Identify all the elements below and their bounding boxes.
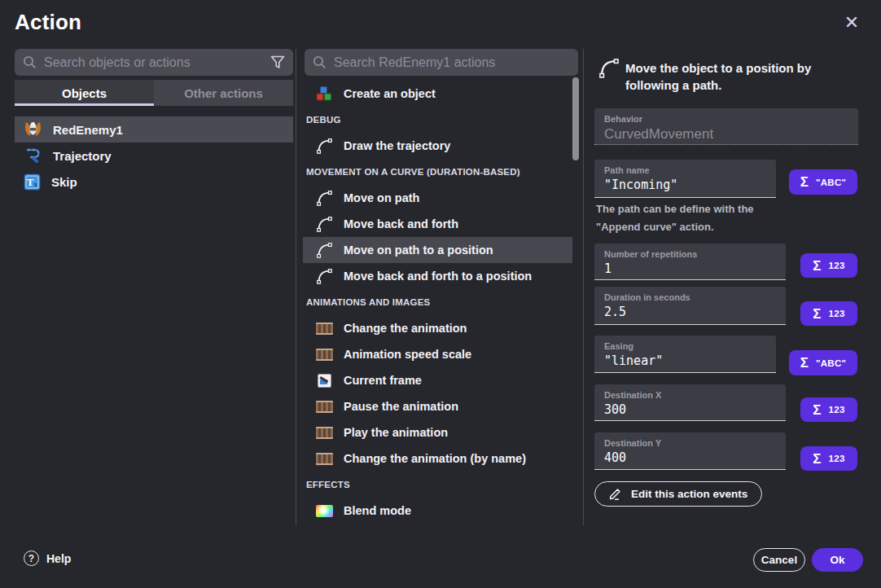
- expression-type-label: 123: [829, 309, 845, 318]
- expression-editor-button-123[interactable]: Σ123: [800, 253, 857, 278]
- tab-other-actions[interactable]: Other actions: [154, 80, 293, 106]
- action-item-label: Current frame: [344, 374, 422, 387]
- action-item[interactable]: Blend mode: [303, 498, 572, 524]
- action-item[interactable]: Play the animation: [303, 419, 572, 445]
- field-destination-y[interactable]: Destination Y400: [594, 432, 786, 470]
- action-details-panel: Move the object to a position by followi…: [594, 49, 866, 529]
- action-item-label: Move on path to a position: [344, 244, 493, 257]
- action-item-label: Animation speed scale: [344, 348, 471, 361]
- svg-text:x: x: [34, 181, 37, 188]
- film-icon: [316, 349, 333, 361]
- action-item[interactable]: Move on path: [303, 185, 572, 211]
- edit-action-events-button[interactable]: Edit this action events: [594, 481, 762, 507]
- action-item[interactable]: Move back and forth: [303, 211, 572, 237]
- action-item[interactable]: Current frame: [303, 367, 572, 393]
- film-icon: [316, 323, 333, 335]
- cubes-icon: [315, 85, 333, 103]
- curve-icon: [315, 137, 333, 155]
- field-behavior: BehaviorCurvedMovement: [594, 108, 858, 145]
- expression-type-label: 123: [829, 261, 845, 270]
- action-item-label: Pause the animation: [344, 400, 458, 413]
- section-header-label: EFFECTS: [306, 480, 350, 489]
- field-helper-text: The path can be define with the "Append …: [596, 200, 800, 236]
- actions-searchbar[interactable]: [305, 49, 578, 76]
- svg-text:T: T: [27, 176, 34, 188]
- field-label: Number of repetitions: [604, 249, 776, 259]
- action-item[interactable]: Animation speed scale: [303, 341, 572, 367]
- action-item[interactable]: Draw the trajectory: [303, 133, 572, 159]
- action-item[interactable]: Move on path to a position: [303, 237, 572, 263]
- search-icon: [313, 55, 327, 69]
- ok-button[interactable]: Ok: [812, 548, 863, 572]
- help-button[interactable]: ? Help: [24, 551, 71, 566]
- tab-objects[interactable]: Objects: [15, 80, 154, 106]
- search-icon: [23, 55, 37, 69]
- panel-divider-right: [583, 49, 584, 525]
- dialog-title: Action: [15, 10, 81, 35]
- object-item-redenemy1[interactable]: RedEnemy1: [15, 116, 293, 143]
- trajectory-icon: [24, 147, 42, 165]
- cancel-button[interactable]: Cancel: [753, 548, 805, 572]
- objects-list: RedEnemy1TrajectoryTxSkip: [15, 116, 293, 195]
- action-item[interactable]: Create an object: [303, 81, 572, 107]
- field-value[interactable]: 1: [604, 261, 776, 276]
- action-item[interactable]: Pause the animation: [303, 393, 572, 419]
- action-dialog: Action ✕ Objects Other actions RedEnemy1…: [0, 0, 881, 588]
- field-label: Easing: [604, 341, 766, 351]
- close-icon[interactable]: ✕: [840, 11, 863, 34]
- expression-type-label: "ABC": [816, 358, 846, 368]
- field-value[interactable]: 300: [604, 402, 776, 417]
- expression-editor-button-123[interactable]: Σ123: [800, 397, 857, 422]
- field-duration-in-seconds[interactable]: Duration in seconds2.5: [594, 287, 786, 325]
- section-header-label: ANIMATIONS AND IMAGES: [306, 297, 430, 307]
- object-item-skip[interactable]: TxSkip: [15, 169, 293, 195]
- action-item-label: Move on path: [344, 191, 419, 204]
- actions-scrollbar[interactable]: [572, 77, 579, 160]
- field-number-of-repetitions[interactable]: Number of repetitions1: [594, 244, 786, 280]
- action-item-label: Play the animation: [344, 426, 448, 439]
- section-header: MOVEMENT ON A CURVE (DURATION-BASED): [303, 159, 572, 185]
- action-item[interactable]: Change the animation (by name): [303, 445, 572, 472]
- sigma-icon: Σ: [813, 259, 821, 273]
- expression-type-label: 123: [829, 454, 845, 463]
- curve-icon: [315, 215, 333, 233]
- field-label: Duration in seconds: [604, 292, 776, 302]
- field-value[interactable]: 400: [604, 450, 776, 465]
- objects-searchbar[interactable]: [15, 49, 293, 76]
- frame-icon: [318, 374, 331, 388]
- expression-editor-button-123[interactable]: Σ123: [800, 301, 857, 326]
- sigma-icon: Σ: [800, 175, 809, 189]
- action-item[interactable]: Change the animation: [303, 315, 572, 341]
- field-value[interactable]: "linear": [604, 353, 766, 368]
- expression-type-label: 123: [829, 405, 845, 415]
- field-value: CurvedMovement: [604, 126, 848, 143]
- skip-icon: Tx: [24, 173, 41, 191]
- filter-icon[interactable]: [270, 55, 285, 69]
- question-icon: ?: [24, 551, 39, 566]
- curve-icon: [315, 241, 333, 259]
- field-value[interactable]: 2.5: [604, 305, 776, 319]
- curve-icon: [315, 267, 333, 285]
- expression-editor-button-abc[interactable]: Σ"ABC": [789, 350, 857, 375]
- objects-search-input[interactable]: [44, 55, 263, 70]
- object-item-label: Skip: [51, 175, 77, 189]
- section-header-label: DEBUG: [306, 115, 341, 125]
- action-item-label: Move back and forth to a position: [344, 270, 532, 283]
- action-item-label: Change the animation (by name): [344, 452, 526, 465]
- field-value[interactable]: "Incoming": [604, 178, 766, 192]
- object-item-trajectory[interactable]: Trajectory: [15, 143, 293, 169]
- expression-editor-button-abc[interactable]: Σ"ABC": [789, 169, 857, 195]
- action-item[interactable]: Move back and forth to a position: [303, 263, 572, 289]
- film-icon: [316, 453, 333, 465]
- action-item-label: Change the animation: [344, 322, 467, 335]
- field-label: Destination X: [604, 390, 776, 400]
- field-path-name[interactable]: Path name"Incoming": [594, 160, 776, 198]
- field-easing[interactable]: Easing"linear": [594, 336, 776, 373]
- object-item-label: Trajectory: [53, 149, 112, 163]
- expression-type-label: "ABC": [816, 178, 846, 187]
- expression-editor-button-123[interactable]: Σ123: [800, 446, 857, 471]
- section-header: EFFECTS: [303, 472, 572, 498]
- actions-search-input[interactable]: [334, 55, 570, 70]
- panel-divider-left: [296, 49, 296, 525]
- field-destination-x[interactable]: Destination X300: [594, 384, 786, 421]
